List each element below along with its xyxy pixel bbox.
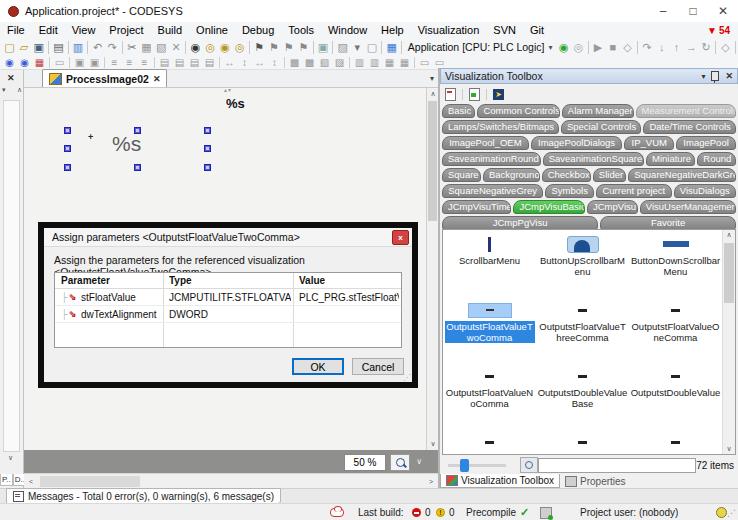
notification-badge[interactable]: ▼ 54 [707,25,730,36]
parameter-type[interactable]: DWORD [169,309,208,320]
menu-visualization[interactable]: Visualization [411,24,487,36]
selected-element-text[interactable]: %s [112,132,141,156]
login-icon[interactable]: ◉ [556,39,571,55]
start-icon[interactable]: ▶ [591,39,606,55]
align-top-icon[interactable]: ▤ [157,56,172,69]
toolbox-item-buttondownscrollbarmenu[interactable]: ButtonDownScrollbarMenu [629,230,722,296]
scroll-right-icon[interactable]: > [424,478,438,485]
cut-icon[interactable]: ✂ [124,39,139,55]
delete-icon[interactable]: ✕ [169,39,184,55]
background-icon[interactable]: ▦ [382,56,397,69]
search-icon[interactable] [520,457,538,473]
zoom-out-icon[interactable]: ◉ [17,56,32,69]
messages-tab[interactable]: Messages - Total 0 error(s), 0 warning(s… [6,488,281,504]
resize-grip-icon[interactable]: ⋰ [403,373,411,382]
category-jcmpvisubasic[interactable]: JCmpVisuBasic [513,200,585,214]
toolbox-item-outputstdoublevalue[interactable]: OutputstDoubleValue [629,362,722,428]
menu-project[interactable]: Project [102,24,150,36]
replace-next-icon[interactable]: ◎ [232,39,247,55]
align-bottom-icon[interactable]: ▤ [187,56,202,69]
category-jcmpvisu[interactable]: JCmpVisu [587,200,638,214]
panel-header[interactable]: Visualization Toolbox ▾ ✕ [440,68,738,84]
zoom-dropdown-icon[interactable]: ∨ [416,457,422,466]
undo-icon[interactable]: ↶ [90,39,105,55]
save-image-icon[interactable]: ▣ [72,56,87,69]
category-squarenegativegrey[interactable]: SquareNegativeGrey [442,184,543,198]
menu-edit[interactable]: Edit [32,24,65,36]
calendar-icon[interactable]: ▦ [384,39,399,55]
scroll-thumb[interactable] [428,101,437,221]
dialog-title-bar[interactable]: Assign parameters <OutputstFloatValueTwo… [44,228,412,247]
search-input[interactable] [538,458,696,473]
bring-front-icon[interactable]: ▧ [317,56,332,69]
toolbox-item-outputstdoublevaluebase[interactable]: OutputstDoubleValueBase [536,362,629,428]
align-right-icon[interactable]: ≡ [137,56,152,69]
scroll-down-icon[interactable]: ∨ [8,454,13,462]
bookmark-icon[interactable]: ⚑ [252,39,267,55]
category-date-time-controls[interactable]: Date/Time Controls [643,120,736,134]
parameter-type[interactable]: JCMPUTILITF.STFLOATVALUETYPE [169,292,291,303]
layer-down-icon[interactable]: ▥ [367,56,382,69]
pin-icon[interactable] [711,71,719,81]
scroll-down-icon[interactable]: ∨ [723,445,735,453]
copy-visualization-icon[interactable] [466,86,483,102]
toolbox-item-scrollbarmenu[interactable]: ScrollbarMenu [443,230,536,296]
export-icon[interactable]: ➤ [490,86,507,102]
menu-debug[interactable]: Debug [235,24,281,36]
bookmark-next-icon[interactable]: ⚑ [281,39,296,55]
menu-tools[interactable]: Tools [281,24,321,36]
print-icon[interactable]: ▤ [51,39,66,55]
selection-handle[interactable] [204,127,211,134]
icon-size-slider[interactable] [448,464,506,467]
new-object-icon[interactable]: ▢ [365,39,380,55]
selection-handle[interactable] [64,127,71,134]
cancel-button[interactable]: Cancel [352,358,404,375]
scale-icon[interactable]: ▭ [417,56,432,69]
slider-thumb[interactable] [460,459,469,472]
size-icon[interactable]: ▤ [202,56,217,69]
category-squarenegativedarkgrey[interactable]: SquareNegativeDarkGrey [628,168,736,182]
step-out-icon[interactable]: ↑ [669,39,684,55]
reset-icon[interactable]: ↻ [699,39,714,55]
toolbox-item-outputrealvalue[interactable]: OutputRealValue [536,428,629,455]
align-center-icon[interactable]: ≡ [122,56,137,69]
save-all-icon[interactable]: ▣ [316,39,331,55]
parameter-value[interactable]: PLC_PRG.stTestFloatValue [299,292,399,303]
category-visuusermanagement[interactable]: VisuUserManagement [640,200,736,214]
column-header-type[interactable]: Type [169,275,192,286]
parameters-table[interactable]: ParameterTypeValue├⇘stFloatValueJCMPUTIL… [54,272,402,348]
ok-button[interactable]: OK [292,358,344,375]
space-v-icon[interactable]: ↕ [237,56,252,69]
items-scrollbar[interactable]: ∧ ∨ [722,230,735,454]
new-file-icon[interactable]: ▢ [2,39,17,55]
close-button[interactable]: ✕ [708,1,738,22]
tab-properties[interactable]: Properties [560,474,631,488]
category-jcmpvisutime[interactable]: JCmpVisuTime [442,200,511,214]
toolbox-item-outputstfloatvaluetwocomma[interactable]: OutputstFloatValueTwoComma [443,296,536,362]
selection-handle[interactable] [134,127,141,134]
single-cycle-icon[interactable]: ◇ [718,39,733,55]
menu-online[interactable]: Online [189,24,235,36]
left-strip-track[interactable] [3,100,20,452]
selection-handle[interactable] [204,145,211,152]
category-square[interactable]: Square [442,168,481,182]
dropdown-icon[interactable]: ▾ [2,86,6,94]
canvas-horizontal-scrollbar[interactable]: < > [24,473,438,488]
table-row[interactable]: ├⇘stFloatValueJCMPUTILITF.STFLOATVALUETY… [55,289,401,306]
category-alarm-manager[interactable]: Alarm Manager [562,104,634,118]
toolbox-item-outputstfloatvaluenocomma[interactable]: OutputstFloatValueNoComma [443,362,536,428]
redo-icon[interactable]: ↷ [105,39,120,55]
run-to-cursor-icon[interactable]: → [684,39,699,55]
scroll-thumb[interactable] [40,476,140,487]
grow-h-icon[interactable]: ↔ [252,56,267,69]
dialog-close-button[interactable]: x [392,230,409,245]
column-header-value[interactable]: Value [299,275,325,286]
category-current-project[interactable]: Current project [596,184,671,198]
category-imagepool-oem[interactable]: ImagePool_OEM [442,136,529,150]
build-icon[interactable]: ▨ [335,39,350,55]
selection-handle[interactable] [64,164,71,171]
rotation-anchor-icon[interactable]: + [88,132,93,142]
tab-close-icon[interactable]: ✕ [153,74,161,84]
window-resize-grip-icon[interactable]: ⋰ [727,508,736,518]
bookmark-clear-icon[interactable]: ⚑ [296,39,311,55]
